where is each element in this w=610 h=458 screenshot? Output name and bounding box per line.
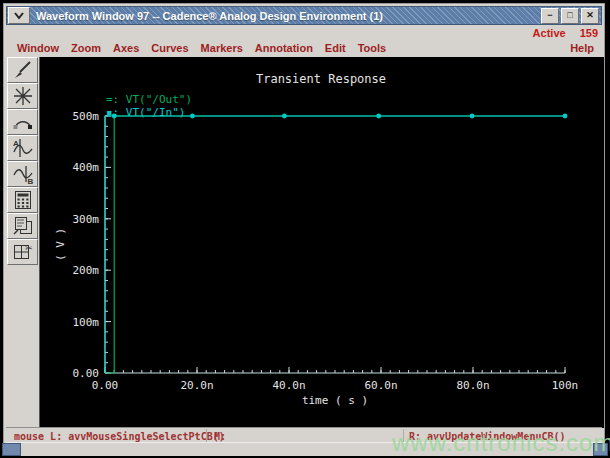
window-title: Waveform Window 97 -- Cadence® Analog De… — [30, 10, 541, 22]
calculator-button[interactable] — [7, 187, 38, 213]
starburst-icon — [11, 85, 35, 107]
menu-item-help[interactable]: Help — [570, 42, 594, 54]
waveform-a-icon: A — [11, 137, 35, 159]
screen: Waveform Window 97 -- Cadence® Analog De… — [0, 0, 610, 458]
menu-item-curves[interactable]: Curves — [145, 42, 194, 54]
arc-marker-icon — [11, 111, 35, 133]
svg-text:300m: 300m — [73, 213, 100, 226]
status-divider — [403, 429, 404, 442]
subwindow-scissors-icon: ✂ — [11, 241, 35, 263]
menu-item-axes[interactable]: Axes — [107, 42, 145, 54]
svg-text:100n: 100n — [552, 379, 579, 392]
menu-item-edit[interactable]: Edit — [319, 42, 352, 54]
svg-text:B: B — [27, 177, 33, 185]
menu-item-zoom[interactable]: Zoom — [65, 42, 107, 54]
title-bar[interactable]: Waveform Window 97 -- Cadence® Analog De… — [6, 6, 602, 25]
maximize-button[interactable]: □ — [561, 8, 579, 24]
copy-window-icon — [11, 215, 35, 237]
subwindow-cut-button[interactable]: ✂ — [7, 239, 38, 265]
close-button[interactable]: ✕ — [581, 8, 599, 24]
command-prompt-bar[interactable]: > — [6, 442, 602, 456]
waveform-window: Waveform Window 97 -- Cadence® Analog De… — [3, 3, 605, 455]
menu-items: WindowZoomAxesCurvesMarkersAnnotationEdi… — [6, 42, 392, 54]
svg-text:0.00: 0.00 — [92, 379, 119, 392]
window-menu-button[interactable] — [8, 7, 30, 24]
resize-grip-bottom-right[interactable] — [593, 443, 608, 456]
active-label: Active — [533, 27, 566, 39]
calculator-icon — [11, 189, 35, 211]
svg-text:time ( s ): time ( s ) — [302, 394, 368, 407]
svg-text:40.0n: 40.0n — [272, 379, 305, 392]
svg-text:400m: 400m — [73, 161, 100, 174]
svg-text:A: A — [13, 139, 19, 148]
menu-item-annotation[interactable]: Annotation — [249, 42, 319, 54]
svg-text:200m: 200m — [73, 264, 100, 277]
brush-tool-button[interactable] — [7, 57, 38, 83]
marker-a-button[interactable]: A — [7, 135, 38, 161]
plot-area: 0.0020.0n40.0n60.0n80.0n100n0.00100m200m… — [39, 57, 604, 428]
brush-icon — [11, 59, 35, 81]
mouse-left-binding: mouse L: avvMouseSingleSelectPtCB() — [14, 431, 225, 442]
svg-text:( V ): ( V ) — [54, 228, 67, 261]
menu-bar: WindowZoomAxesCurvesMarkersAnnotationEdi… — [6, 39, 602, 58]
mouse-right-binding: R: avvUpdateWindowMenuCB() — [409, 431, 566, 442]
svg-text:Transient Response: Transient Response — [256, 72, 386, 86]
svg-text:✂: ✂ — [25, 243, 33, 253]
svg-text:20.0n: 20.0n — [180, 379, 213, 392]
legend-entry-0[interactable]: =: VT("/Out") — [106, 93, 192, 106]
copy-window-button[interactable] — [7, 213, 38, 239]
status-divider — [206, 429, 207, 442]
chevron-down-icon — [13, 12, 25, 20]
menu-item-markers[interactable]: Markers — [195, 42, 249, 54]
active-status-row: Active 159 — [6, 26, 598, 39]
svg-text:100m: 100m — [73, 316, 100, 329]
menu-item-tools[interactable]: Tools — [352, 42, 393, 54]
menu-item-window[interactable]: Window — [6, 42, 65, 54]
mouse-middle-binding: M: — [214, 431, 226, 442]
waveform-b-icon: B — [11, 163, 35, 185]
marker-b-button[interactable]: B — [7, 161, 38, 187]
minimize-button[interactable]: − — [541, 8, 559, 24]
tool-palette: A B ✂ — [6, 57, 39, 428]
svg-text:80.0n: 80.0n — [456, 379, 489, 392]
active-count: 159 — [580, 27, 598, 39]
legend-entry-1[interactable]: ▪: VT("/In") — [106, 106, 192, 119]
svg-text:0.00: 0.00 — [73, 367, 100, 380]
svg-text:60.0n: 60.0n — [364, 379, 397, 392]
svg-text:500m: 500m — [73, 110, 100, 123]
mouse-bindings-bar: mouse L: avvMouseSingleSelectPtCB() M: R… — [6, 427, 602, 443]
resize-grip-bottom-left[interactable] — [2, 443, 21, 456]
delta-marker-button[interactable] — [7, 109, 38, 135]
zoom-fit-button[interactable] — [7, 83, 38, 109]
plot-legend: =: VT("/Out")▪: VT("/In") — [106, 93, 192, 119]
